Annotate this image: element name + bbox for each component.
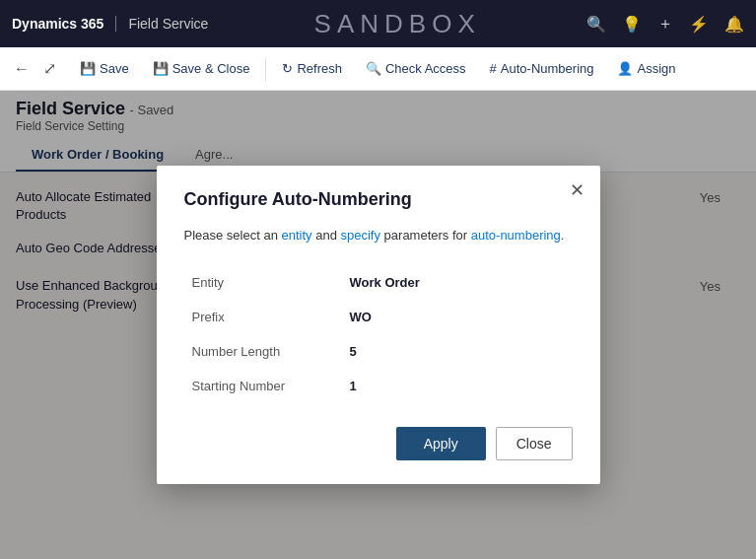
- modal-desc-part4: .: [561, 228, 565, 243]
- modal-fields-table: Entity Work Order Prefix WO Number Lengt…: [184, 265, 573, 403]
- modal-specify-link[interactable]: specify: [341, 228, 380, 243]
- field-label-prefix: Prefix: [184, 300, 342, 334]
- page-content: Field Service - Saved Field Service Sett…: [0, 91, 756, 559]
- dynamics-link[interactable]: Dynamics 365: [12, 16, 116, 32]
- back-button[interactable]: ←: [8, 56, 35, 82]
- top-nav: Dynamics 365 Field Service SANDBOX 🔍 💡 ＋…: [0, 0, 756, 47]
- lightbulb-icon[interactable]: 💡: [622, 15, 642, 34]
- table-row: Starting Number 1: [184, 369, 573, 403]
- check-access-icon: 🔍: [366, 61, 381, 76]
- table-row: Entity Work Order: [184, 265, 573, 300]
- field-value-entity: Work Order: [342, 265, 573, 300]
- search-icon[interactable]: 🔍: [586, 15, 606, 34]
- bell-icon[interactable]: 🔔: [724, 15, 744, 34]
- save-icon: 💾: [80, 61, 96, 76]
- filter-icon[interactable]: ⚡: [689, 15, 709, 34]
- modal-autonumbering-link[interactable]: auto-numbering: [471, 228, 561, 243]
- field-label-entity: Entity: [184, 265, 342, 300]
- modal-title: Configure Auto-Numbering: [184, 189, 573, 210]
- sandbox-label: SANDBOX: [208, 9, 586, 39]
- toolbar: ← ⤢ 💾 Save 💾 Save & Close ↻ Refresh 🔍 Ch…: [0, 47, 756, 91]
- configure-autonumbering-modal: Configure Auto-Numbering ✕ Please select…: [157, 166, 600, 484]
- save-close-icon: 💾: [153, 61, 169, 76]
- close-button[interactable]: Close: [496, 427, 573, 460]
- check-access-button[interactable]: 🔍 Check Access: [356, 51, 476, 87]
- assign-button[interactable]: 👤 Assign: [607, 51, 685, 87]
- refresh-button[interactable]: ↻ Refresh: [272, 51, 352, 87]
- modal-close-button[interactable]: ✕: [570, 179, 584, 201]
- field-label-starting-number: Starting Number: [184, 369, 342, 403]
- field-value-number-length: 5: [342, 334, 573, 369]
- save-close-button[interactable]: 💾 Save & Close: [143, 51, 260, 87]
- field-label-number-length[interactable]: Number Length: [184, 334, 342, 369]
- save-button[interactable]: 💾 Save: [70, 51, 139, 87]
- field-value-starting-number: 1: [342, 369, 573, 403]
- modal-desc-part3: parameters for: [380, 228, 471, 243]
- modal-overlay: Configure Auto-Numbering ✕ Please select…: [0, 91, 756, 559]
- nav-icons: 🔍 💡 ＋ ⚡ 🔔: [586, 14, 744, 35]
- table-row: Prefix WO: [184, 300, 573, 334]
- toolbar-nav: ← ⤢: [8, 55, 62, 82]
- popout-button[interactable]: ⤢: [37, 55, 62, 82]
- field-service-link[interactable]: Field Service: [128, 16, 208, 32]
- apply-button[interactable]: Apply: [396, 427, 486, 460]
- modal-footer: Apply Close: [184, 427, 573, 460]
- modal-entity-link[interactable]: entity: [282, 228, 312, 243]
- toolbar-separator-1: [265, 57, 266, 81]
- add-icon[interactable]: ＋: [657, 14, 673, 35]
- nav-brand: Dynamics 365 Field Service: [12, 16, 208, 32]
- person-icon: 👤: [617, 61, 633, 76]
- modal-description: Please select an entity and specify para…: [184, 226, 573, 245]
- hash-icon: #: [490, 61, 497, 76]
- modal-desc-part2: and: [312, 228, 341, 243]
- refresh-icon: ↻: [282, 61, 293, 76]
- table-row: Number Length 5: [184, 334, 573, 369]
- modal-desc-part1: Please select an: [184, 228, 282, 243]
- auto-numbering-button[interactable]: # Auto-Numbering: [480, 51, 604, 87]
- field-value-prefix: WO: [342, 300, 573, 334]
